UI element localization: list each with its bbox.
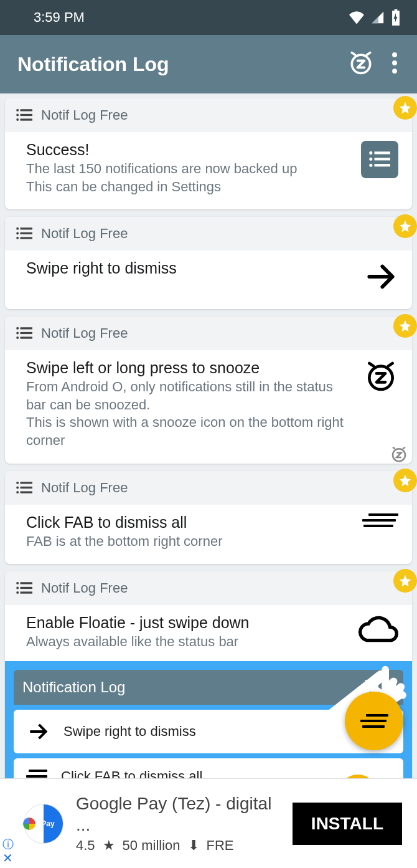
details-button[interactable] (361, 141, 398, 178)
svg-point-14 (369, 158, 372, 161)
list-icon (16, 327, 32, 340)
signal-icon (371, 11, 385, 24)
star-icon: ★ (103, 837, 115, 854)
svg-point-19 (16, 227, 19, 230)
card-title: Swipe left or long press to snooze (26, 359, 352, 377)
ad-banner[interactable]: ⓘ ✕ Pay Google Pay (Tez) - digital ... 4… (0, 778, 417, 868)
notification-card[interactable]: Notif Log Free Click FAB to dismiss all … (5, 471, 412, 565)
ad-logo-text: Pay (41, 819, 54, 828)
card-header: Notif Log Free (5, 317, 412, 350)
preview-title: Notification Log (22, 679, 125, 696)
ad-price: FRE (207, 837, 234, 854)
list-icon (16, 227, 32, 240)
star-badge-icon (393, 214, 417, 238)
card-subtitle: Always available like the status bar (26, 633, 347, 651)
svg-point-40 (16, 587, 19, 589)
ad-title: Google Pay (Tez) - digital ... (76, 793, 280, 835)
list-icon (16, 482, 32, 494)
clear-all-icon (26, 770, 47, 778)
svg-point-26 (16, 332, 19, 335)
card-header: Notif Log Free (5, 98, 412, 132)
svg-point-35 (16, 491, 19, 494)
svg-rect-17 (21, 232, 33, 234)
notification-card[interactable]: Notif Log Free Swipe right to dismiss (5, 217, 412, 309)
card-app-name: Notif Log Free (41, 325, 128, 341)
svg-rect-30 (21, 482, 33, 484)
svg-point-3 (392, 69, 397, 74)
svg-rect-12 (375, 164, 391, 166)
card-title: Enable Floatie - just swipe down (26, 614, 347, 632)
arrow-right-icon (26, 720, 50, 743)
star-badge-icon (393, 314, 417, 338)
install-button[interactable]: INSTALL (293, 803, 402, 845)
star-badge-icon (393, 96, 417, 120)
card-subtitle: The last 150 notifications are now backe… (26, 160, 350, 196)
svg-rect-38 (21, 592, 33, 594)
page-title: Notification Log (17, 53, 347, 76)
svg-point-39 (16, 582, 19, 584)
notification-card[interactable]: Notif Log Free Swipe left or long press … (5, 317, 412, 463)
ad-rating: 4.5 (76, 837, 95, 854)
svg-rect-6 (21, 118, 33, 120)
app-bar: Notification Log (0, 35, 417, 93)
svg-point-8 (16, 114, 19, 117)
svg-rect-5 (21, 114, 33, 116)
svg-rect-10 (375, 151, 391, 154)
wifi-icon (349, 11, 365, 24)
svg-point-41 (16, 591, 19, 594)
clear-all-icon (362, 513, 398, 527)
ad-info-icon[interactable]: ⓘ (2, 837, 14, 852)
svg-point-20 (16, 232, 19, 235)
card-app-name: Notif Log Free (41, 226, 128, 242)
preview-row-text: Click FAB to dismiss all (61, 768, 202, 778)
card-app-name: Notif Log Free (41, 480, 128, 496)
download-icon: ⬇ (188, 837, 199, 854)
status-icons (349, 9, 401, 26)
card-app-name: Notif Log Free (41, 580, 128, 596)
snooze-icon[interactable] (347, 49, 375, 79)
arrow-right-icon (363, 259, 398, 294)
battery-icon (391, 9, 401, 26)
svg-point-27 (16, 336, 19, 339)
notification-card[interactable]: Notif Log Free Enable Floatie - just swi… (5, 571, 412, 778)
star-badge-icon (393, 569, 417, 593)
card-header: Notif Log Free (5, 471, 412, 505)
svg-rect-16 (21, 227, 33, 229)
ad-installs: 50 million (123, 837, 180, 854)
svg-point-15 (369, 164, 372, 167)
ad-meta: 4.5 ★ 50 million ⬇ FRE (76, 837, 280, 854)
svg-rect-11 (375, 158, 391, 160)
svg-rect-22 (21, 327, 33, 329)
cloud-icon (358, 614, 398, 644)
list-icon (16, 582, 32, 594)
more-icon[interactable] (392, 52, 397, 76)
notification-list[interactable]: Notif Log Free Success! The last 150 not… (0, 93, 417, 778)
svg-point-1 (392, 52, 397, 57)
fab-clear-all[interactable] (345, 692, 403, 750)
status-time: 3:59 PM (34, 9, 85, 26)
svg-rect-36 (21, 582, 33, 584)
list-icon (16, 109, 32, 122)
svg-rect-31 (21, 486, 33, 488)
card-subtitle: From Android O, only notifications still… (26, 378, 352, 449)
notification-card[interactable]: Notif Log Free Success! The last 150 not… (5, 98, 412, 209)
ad-close-icon[interactable]: ✕ (2, 851, 13, 866)
card-title: Swipe right to dismiss (26, 259, 352, 277)
star-badge-icon (393, 469, 417, 492)
svg-point-33 (16, 482, 19, 484)
status-bar: 3:59 PM (0, 0, 417, 35)
svg-point-9 (16, 118, 19, 121)
card-header: Notif Log Free (5, 571, 412, 605)
card-header: Notif Log Free (5, 217, 412, 250)
snooze-indicator-icon (390, 445, 408, 466)
svg-point-2 (392, 60, 397, 65)
svg-rect-23 (21, 332, 33, 334)
svg-rect-24 (21, 337, 33, 339)
svg-rect-32 (21, 491, 33, 493)
svg-point-34 (16, 486, 19, 489)
snooze-icon (363, 359, 398, 394)
svg-point-25 (16, 327, 19, 330)
ad-logo: Pay (24, 804, 63, 844)
svg-point-7 (16, 109, 19, 112)
svg-rect-18 (21, 237, 33, 239)
